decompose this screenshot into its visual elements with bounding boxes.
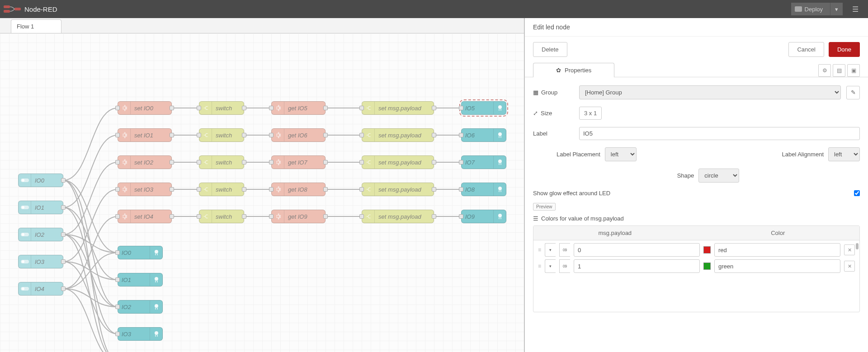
svg-rect-36 — [157, 308, 158, 310]
node-label: IO4 — [31, 286, 63, 292]
flow-node[interactable]: IO1 — [18, 201, 63, 214]
tab-properties[interactable]: ✿ Properties — [533, 63, 614, 77]
delete-button[interactable]: Delete — [533, 42, 567, 57]
flow-node[interactable]: IO2 — [18, 228, 63, 241]
color-row: ≡▾09✕ — [538, 259, 855, 273]
cancel-button[interactable]: Cancel — [788, 42, 824, 57]
preview-button[interactable]: Preview — [533, 203, 556, 211]
svg-rect-30 — [157, 253, 158, 255]
flow-node[interactable]: set msg.payload — [362, 101, 434, 115]
node-icon — [362, 210, 375, 223]
flow-node[interactable]: get IO6 — [271, 128, 326, 142]
type-dropdown[interactable]: ▾ — [545, 259, 556, 273]
flow-node[interactable]: IO5 — [461, 101, 506, 115]
flow-node[interactable]: set IO0 — [118, 101, 172, 115]
flow-node[interactable]: switch — [199, 101, 244, 115]
node-appearance-icon[interactable]: ▣ — [847, 64, 860, 77]
node-icon — [362, 156, 375, 169]
menu-button[interactable]: ☰ — [846, 0, 864, 18]
color-name-input[interactable] — [714, 259, 840, 273]
flow-node[interactable]: IO1 — [118, 273, 163, 286]
node-icon — [272, 183, 284, 196]
node-label: get IO9 — [284, 213, 325, 220]
flow-node[interactable]: set IO4 — [118, 210, 172, 223]
flow-node[interactable]: IO9 — [461, 210, 506, 223]
flow-node[interactable]: IO3 — [18, 255, 63, 268]
flow-node[interactable]: switch — [199, 155, 244, 169]
node-label: get IO7 — [284, 159, 325, 166]
flow-tab[interactable]: Flow 1 — [11, 19, 61, 33]
node-label: IO2 — [31, 231, 63, 238]
flow-node[interactable]: IO4 — [18, 282, 63, 296]
flow-node[interactable]: switch — [199, 210, 244, 223]
drag-handle-icon[interactable]: ≡ — [538, 263, 541, 269]
node-label: set msg.payload — [375, 213, 434, 220]
edit-panel-title: Edit led node — [525, 18, 868, 37]
label-input[interactable] — [579, 127, 860, 140]
svg-rect-0 — [4, 5, 10, 8]
drag-handle-icon[interactable]: ≡ — [538, 247, 541, 253]
scrollbar-indicator — [856, 243, 859, 249]
flow-node[interactable]: switch — [199, 128, 244, 142]
color-name-input[interactable] — [714, 243, 840, 257]
type-dropdown[interactable]: ▾ — [545, 243, 556, 257]
flow-node[interactable]: set msg.payload — [362, 128, 434, 142]
flow-node[interactable]: IO3 — [118, 327, 163, 341]
flow-node[interactable]: IO0 — [118, 246, 163, 259]
flow-node[interactable]: set msg.payload — [362, 155, 434, 169]
flow-canvas[interactable]: IO0IO1IO2IO3IO4set IO0set IO1set IO2set … — [0, 33, 524, 352]
edit-group-button[interactable]: ✎ — [846, 86, 860, 99]
color-swatch[interactable] — [703, 246, 711, 253]
flow-node[interactable]: get IO5 — [271, 101, 326, 115]
colors-table: msg.payload Color ≡▾09✕≡▾09✕ — [533, 225, 860, 312]
size-label: ⤢ Size — [533, 110, 574, 117]
flow-node[interactable]: get IO7 — [271, 155, 326, 169]
gear-icon: ✿ — [556, 67, 561, 74]
flow-node[interactable]: IO2 — [118, 300, 163, 314]
group-select[interactable]: [Home] Group — [579, 85, 841, 99]
svg-rect-29 — [155, 253, 156, 255]
flow-node[interactable]: set IO2 — [118, 155, 172, 169]
payload-value-input[interactable] — [574, 243, 700, 257]
node-icon — [199, 156, 212, 169]
remove-row-button[interactable]: ✕ — [844, 261, 855, 272]
node-label: set IO0 — [131, 105, 171, 112]
size-button[interactable]: 3 x 1 — [579, 107, 602, 120]
flow-node[interactable]: IO7 — [461, 155, 506, 169]
payload-value-input[interactable] — [574, 259, 700, 273]
flow-node[interactable]: set msg.payload — [362, 183, 434, 196]
flow-node[interactable]: set msg.payload — [362, 210, 434, 223]
color-swatch[interactable] — [703, 263, 711, 270]
done-button[interactable]: Done — [829, 42, 860, 57]
color-row: ≡▾09✕ — [538, 243, 855, 257]
shape-select[interactable]: circle — [698, 169, 739, 183]
node-label: set IO4 — [131, 213, 171, 220]
flow-node[interactable]: get IO9 — [271, 210, 326, 223]
label-placement-select[interactable]: left — [605, 147, 637, 161]
node-description-icon[interactable]: ▤ — [833, 64, 845, 77]
flow-node[interactable]: switch — [199, 183, 244, 196]
node-label: IO6 — [462, 132, 493, 139]
node-label: get IO5 — [284, 105, 325, 112]
node-label: set msg.payload — [375, 159, 434, 166]
flow-node[interactable]: set IO3 — [118, 183, 172, 196]
svg-point-34 — [155, 304, 158, 308]
flow-node[interactable]: get IO8 — [271, 183, 326, 196]
svg-rect-23 — [499, 190, 500, 192]
flow-node[interactable]: IO0 — [18, 174, 63, 187]
deploy-button[interactable]: Deploy — [791, 3, 830, 15]
node-label: set IO2 — [131, 159, 171, 166]
flow-tabs: Flow 1 — [0, 18, 524, 33]
node-icon — [272, 156, 284, 169]
label-alignment-select[interactable]: left — [828, 147, 860, 161]
svg-rect-17 — [499, 136, 500, 138]
glow-checkbox[interactable] — [854, 190, 860, 196]
flow-node[interactable]: IO8 — [461, 183, 506, 196]
deploy-dropdown[interactable]: ▾ — [830, 3, 843, 15]
node-icon — [199, 102, 212, 114]
remove-row-button[interactable]: ✕ — [844, 244, 855, 255]
flow-node[interactable]: IO6 — [461, 128, 506, 142]
resize-icon: ⤢ — [533, 110, 538, 117]
node-settings-icon[interactable]: ⚙ — [818, 64, 831, 77]
flow-node[interactable]: set IO1 — [118, 128, 172, 142]
